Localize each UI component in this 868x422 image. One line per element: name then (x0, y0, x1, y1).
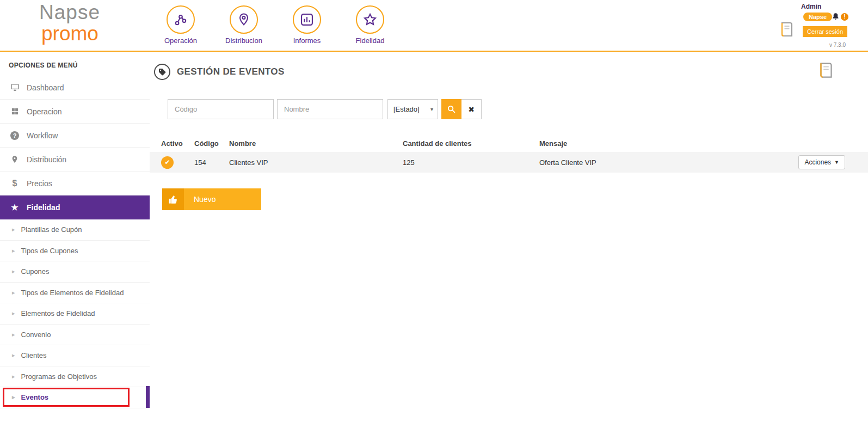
sidebar-item-label: Distribución (27, 155, 66, 164)
nav-item-fidelidad[interactable]: Fidelidad (346, 5, 394, 45)
location-pin-icon (10, 155, 20, 164)
nav-item-distribucion[interactable]: Distribucion (220, 5, 268, 45)
sidebar-subitem-cupones[interactable]: ▸ Cupones (0, 261, 150, 283)
cell-cantidad: 125 (403, 158, 539, 167)
nav-item-operacion[interactable]: Operación (157, 5, 205, 45)
sidebar-subitem-tipos-de-elementos-de-fidelidad[interactable]: ▸ Tipos de Elementos de Fidelidad (0, 283, 150, 304)
chevron-right-icon: ▸ (12, 289, 15, 296)
alert-icon[interactable]: ! (841, 13, 848, 21)
column-header-activo: Activo (161, 139, 194, 148)
brand-logo: Napse promo (39, 2, 100, 45)
chevron-right-icon: ▸ (12, 394, 15, 401)
sidebar-item-fidelidad[interactable]: ★ Fidelidad (0, 195, 150, 219)
estado-select[interactable]: [Estado] ▾ (387, 99, 438, 119)
sidebar-subitem-elementos-de-fidelidad[interactable]: ▸ Elementos de Fidelidad (0, 303, 150, 325)
nombre-input[interactable] (277, 99, 383, 119)
tag-icon (154, 64, 170, 80)
table-row: ✔ 154 Clientes VIP 125 Oferta Cliente VI… (150, 152, 868, 173)
chevron-right-icon: ▸ (12, 310, 15, 317)
search-icon (447, 105, 456, 114)
grid-icon (10, 107, 20, 115)
sidebar-item-label: Workflow (27, 131, 58, 140)
eventos-table: Activo Código Nombre Cantidad de cliente… (150, 134, 868, 173)
sidebar-item-label: Fidelidad (27, 203, 60, 212)
dollar-icon: $ (10, 179, 20, 188)
star-icon (356, 5, 384, 34)
brand-name-bottom: promo (41, 23, 100, 45)
chevron-down-icon: ▾ (430, 106, 433, 112)
chevron-right-icon: ▸ (12, 373, 15, 380)
column-header-mensaje: Mensaje (539, 139, 774, 148)
sidebar-subitem-programas-de-objetivos[interactable]: ▸ Programas de Objetivos (0, 366, 150, 388)
sidebar-item-precios[interactable]: $ Precios (0, 172, 150, 195)
monitor-icon (10, 83, 20, 92)
sidebar-item-distribucion[interactable]: Distribución (0, 148, 150, 172)
sidebar-item-label: Precios (27, 179, 52, 188)
nav-label-distribucion: Distribucion (225, 36, 262, 45)
sidebar-subitem-label: Plantillas de Cupón (21, 225, 82, 234)
thumbs-up-icon (162, 188, 184, 210)
sidebar-item-workflow[interactable]: ? Workflow (0, 124, 150, 148)
main-content: GESTIÓN DE EVENTOS [Estado] ▾ ✖ Activo C… (150, 53, 868, 422)
sidebar-item-label: Operacion (27, 107, 62, 116)
search-button[interactable] (441, 99, 461, 119)
nuevo-label: Nuevo (194, 195, 216, 204)
sidebar-subitem-clientes[interactable]: ▸ Clientes (0, 345, 150, 366)
sidebar-subitem-label: Convenio (21, 331, 51, 339)
chevron-right-icon: ▸ (12, 352, 15, 359)
manual-book-icon[interactable] (816, 60, 836, 81)
active-check-icon: ✔ (161, 156, 174, 169)
filter-bar: [Estado] ▾ ✖ (168, 99, 482, 119)
cell-codigo: 154 (194, 158, 229, 167)
nav-label-operacion: Operación (164, 36, 197, 45)
app-header: Napse promo Operación Distribucion (0, 0, 868, 52)
manual-book-icon[interactable] (777, 20, 797, 39)
user-name: Admin (801, 3, 821, 10)
acciones-label: Acciones (804, 158, 831, 166)
sidebar-subitem-eventos[interactable]: ▸ Eventos (0, 387, 150, 408)
page-title-row: GESTIÓN DE EVENTOS (154, 64, 285, 80)
sidebar: OPCIONES DE MENÚ Dashboard Operacion ? W… (0, 53, 150, 422)
nav-label-fidelidad: Fidelidad (356, 36, 385, 45)
sidebar-item-label: Dashboard (27, 83, 64, 92)
codigo-input[interactable] (168, 99, 274, 119)
chevron-right-icon: ▸ (12, 268, 15, 275)
sidebar-subitem-label: Eventos (21, 393, 49, 401)
column-header-codigo: Código (194, 139, 229, 148)
brand-name-top: Napse (39, 2, 100, 23)
sidebar-item-dashboard[interactable]: Dashboard (0, 76, 150, 100)
top-nav: Operación Distribucion Informes (157, 5, 394, 45)
sidebar-subitem-convenio[interactable]: ▸ Convenio (0, 325, 150, 346)
logout-button[interactable]: Cerrar sesión (803, 26, 847, 37)
user-badge: Napse (803, 13, 832, 21)
sidebar-subitem-label: Tipos de Elementos de Fidelidad (21, 289, 124, 297)
sidebar-title: OPCIONES DE MENÚ (0, 53, 150, 76)
sidebar-subitem-tipos-de-cupones[interactable]: ▸ Tipos de Cupones (0, 241, 150, 262)
cell-mensaje: Oferta Cliente VIP (539, 158, 774, 167)
sidebar-subitem-plantillas-de-cupon[interactable]: ▸ Plantillas de Cupón (0, 219, 150, 241)
nuevo-button[interactable]: Nuevo (162, 188, 261, 210)
location-pin-icon (230, 5, 258, 34)
nodes-icon (167, 5, 195, 34)
bar-chart-icon (293, 5, 321, 34)
sidebar-subitem-label: Elementos de Fidelidad (21, 309, 95, 317)
sidebar-subitem-label: Clientes (21, 351, 47, 359)
column-header-cantidad: Cantidad de clientes (403, 139, 539, 148)
cell-nombre: Clientes VIP (229, 158, 403, 167)
acciones-button[interactable]: Acciones ▼ (798, 155, 845, 169)
star-icon: ★ (10, 203, 20, 212)
page-title: GESTIÓN DE EVENTOS (177, 66, 285, 77)
table-header-row: Activo Código Nombre Cantidad de cliente… (150, 134, 868, 152)
estado-select-value: [Estado] (393, 105, 420, 113)
app-version: v 7.3.0 (829, 42, 846, 48)
sidebar-item-operacion[interactable]: Operacion (0, 100, 150, 124)
chevron-right-icon: ▸ (12, 247, 15, 254)
sidebar-subitem-label: Tipos de Cupones (21, 247, 78, 255)
sidebar-subitem-label: Programas de Objetivos (21, 372, 97, 381)
chevron-down-icon: ▼ (834, 160, 839, 165)
column-header-nombre: Nombre (229, 139, 403, 148)
nav-item-informes[interactable]: Informes (283, 5, 331, 45)
clear-filters-button[interactable]: ✖ (461, 99, 482, 119)
bell-icon[interactable] (832, 13, 840, 21)
chevron-right-icon: ▸ (12, 226, 15, 233)
